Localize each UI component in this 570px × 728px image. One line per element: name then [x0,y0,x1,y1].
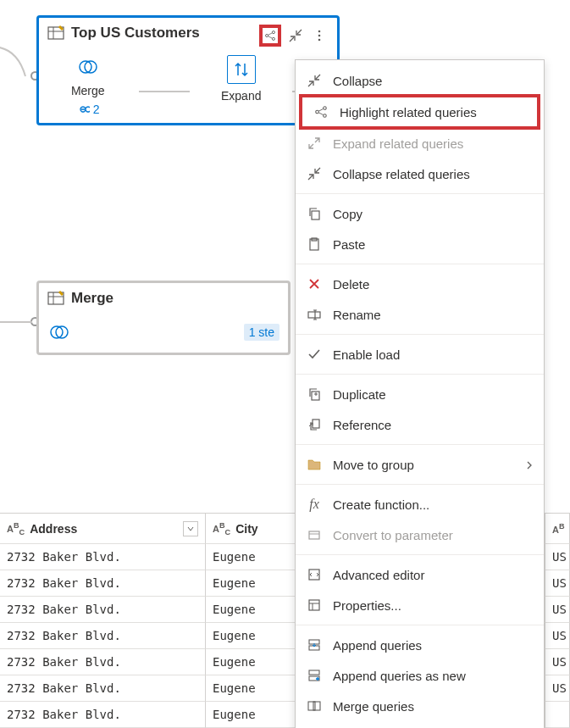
menu-separator [296,625,544,625]
folder-icon [306,456,323,473]
menu-highlight-related[interactable]: Highlight related queries [302,97,537,126]
menu-append-queries[interactable]: Append queries [296,630,544,660]
paste-icon [306,236,323,253]
diagram-canvas[interactable]: Top US Customers Merge [0,0,570,517]
svg-rect-30 [313,420,319,428]
cell-city: Eugene [206,702,299,728]
menu-delete[interactable]: Delete [296,269,544,299]
svg-rect-34 [309,600,319,610]
menu-paste[interactable]: Paste [296,229,544,259]
step-expand[interactable]: Expand [212,55,271,103]
svg-point-8 [318,31,321,33]
table-icon [47,290,64,307]
editor-icon [306,566,323,583]
column-header-city[interactable]: ABC City [206,514,299,544]
menu-label: Expand related queries [333,136,463,151]
node-merge[interactable]: Merge 1 ste [36,281,291,355]
cell-country: US [545,544,570,570]
svg-point-5 [272,37,274,40]
node-title: Merge [71,290,279,307]
svg-rect-31 [309,531,319,539]
reference-count[interactable]: 2 [76,103,100,116]
menu-copy[interactable]: Copy [296,198,544,229]
menu-advanced-editor[interactable]: Advanced editor [296,559,544,590]
svg-line-23 [318,113,323,115]
more-icon[interactable] [308,25,330,47]
cell-country: US [545,649,570,675]
cell-city: Eugene [206,675,299,702]
append-icon [306,636,323,653]
cell-address: 2732 Baker Blvd. [0,623,206,649]
menu-separator [296,193,544,194]
function-icon: fx [306,496,323,513]
menu-separator [296,554,544,555]
check-icon [306,346,323,363]
reference-icon [306,416,323,433]
menu-duplicate[interactable]: Duplicate [296,379,544,409]
svg-rect-24 [312,211,319,220]
menu-label: Append queries as new [333,669,466,683]
expand-icon [306,135,323,152]
menu-label: Convert to parameter [333,528,453,542]
svg-point-3 [266,34,268,36]
menu-label: Advanced editor [333,568,424,582]
cell-country: US [545,570,570,597]
cell-address: 2732 Baker Blvd. [0,570,206,597]
collapse-icon[interactable] [285,25,307,47]
menu-collapse-related[interactable]: Collapse related queries [296,158,544,189]
menu-rename[interactable]: Rename [296,299,544,330]
menu-reference[interactable]: Reference [296,409,544,440]
cell-address: 2732 Baker Blvd. [0,544,206,570]
column-header-partial[interactable]: AB [545,514,570,544]
svg-rect-41 [308,702,315,710]
step-merge[interactable]: Merge 2 [58,55,118,116]
filter-dropdown-icon[interactable] [183,521,198,536]
copy-icon [306,205,323,222]
cell-city: Eugene [206,544,299,570]
menu-label: Paste [333,237,365,252]
context-menu: Collapse Highlight related queries Expan… [295,59,545,728]
svg-point-19 [316,110,319,114]
menu-enable-load[interactable]: Enable load [296,339,544,370]
steps-badge[interactable]: 1 ste [244,324,279,341]
merge-icon [306,697,323,714]
parameter-icon [306,526,323,543]
properties-icon [306,597,323,614]
text-type-icon: AB [552,522,565,535]
step-label: Expand [221,89,261,103]
connector-line [0,317,38,327]
svg-line-6 [268,33,273,35]
menu-expand-related: Expand related queries [296,128,544,158]
svg-point-10 [318,39,321,42]
menu-label: Duplicate [333,387,386,402]
cell-city: Eugene [206,649,299,675]
menu-label: Reference [333,418,391,432]
menu-merge-queries[interactable]: Merge queries [296,691,544,721]
menu-label: Enable load [333,347,400,362]
cell-city: Eugene [206,570,299,597]
menu-label: Copy [333,207,362,221]
menu-label: Append queries [333,638,422,653]
menu-separator [296,484,544,485]
delete-icon [306,275,323,292]
menu-label: Collapse [333,74,382,88]
collapse-icon [306,165,323,182]
svg-point-4 [272,31,274,34]
menu-move-to-group[interactable]: Move to group [296,449,544,480]
column-header-address[interactable]: ABC Address [0,514,206,544]
menu-append-new[interactable]: Append queries as new [296,660,544,691]
cell-country [545,702,570,728]
text-type-icon: ABC [213,521,230,536]
rename-icon [306,306,323,323]
menu-convert-parameter: Convert to parameter [296,520,544,550]
share-icon [313,103,329,120]
text-type-icon: ABC [7,521,25,536]
menu-merge-new[interactable]: Merge queries as new [296,721,544,728]
highlight-related-icon[interactable] [259,25,281,47]
merge-step-icon [47,320,71,344]
menu-create-function[interactable]: fx Create function... [296,489,544,520]
column-label: Address [30,522,77,536]
menu-properties[interactable]: Properties... [296,590,544,620]
menu-collapse[interactable]: Collapse [296,65,544,96]
menu-label: Collapse related queries [333,167,470,181]
